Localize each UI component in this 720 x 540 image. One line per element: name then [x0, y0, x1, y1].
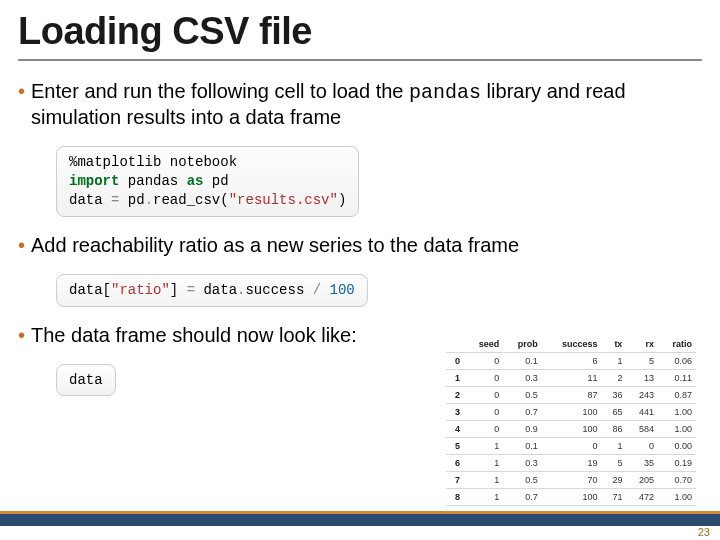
- table-cell: 19: [542, 455, 602, 472]
- table-cell: 1.00: [658, 489, 696, 506]
- table-cell: 0.9: [503, 421, 542, 438]
- table-header: tx: [602, 336, 627, 353]
- code-block-3: data: [56, 364, 116, 397]
- table-cell: 205: [626, 472, 658, 489]
- table-cell: 0.1: [503, 353, 542, 370]
- bullet-1: • Enter and run the following cell to lo…: [18, 79, 702, 130]
- code-block-1: %matplotlib notebook import pandas as pd…: [56, 146, 359, 217]
- table-header: prob: [503, 336, 542, 353]
- table-cell: 2: [446, 387, 464, 404]
- table-cell: 0: [464, 404, 503, 421]
- table-row: 000.16150.06: [446, 353, 696, 370]
- table-cell: 7: [446, 472, 464, 489]
- table-cell: 65: [602, 404, 627, 421]
- table-row: 810.7100714721.00: [446, 489, 696, 506]
- table-cell: 6: [542, 353, 602, 370]
- dataframe-table: seedprobsuccesstxrxratio 000.16150.06100…: [446, 336, 696, 506]
- table-cell: 8: [446, 489, 464, 506]
- table-cell: 0.87: [658, 387, 696, 404]
- table-header: rx: [626, 336, 658, 353]
- table-cell: 1: [602, 353, 627, 370]
- table-cell: 0.7: [503, 404, 542, 421]
- table-cell: 2: [602, 370, 627, 387]
- table-cell: 87: [542, 387, 602, 404]
- table-cell: 5: [602, 455, 627, 472]
- table-cell: 1: [446, 370, 464, 387]
- bullet-dot: •: [18, 233, 25, 258]
- table-cell: 1: [464, 438, 503, 455]
- table-cell: 0.3: [503, 455, 542, 472]
- table-cell: 1: [602, 438, 627, 455]
- table-cell: 0.1: [503, 438, 542, 455]
- footer-bar: [0, 514, 720, 526]
- table-cell: 1.00: [658, 421, 696, 438]
- table-header: ratio: [658, 336, 696, 353]
- table-cell: 0: [464, 353, 503, 370]
- table-cell: 36: [602, 387, 627, 404]
- table-cell: 70: [542, 472, 602, 489]
- table-row: 610.3195350.19: [446, 455, 696, 472]
- table-row: 100.3112130.11: [446, 370, 696, 387]
- table-row: 510.10100.00: [446, 438, 696, 455]
- table-cell: 0.5: [503, 387, 542, 404]
- table-cell: 0.7: [503, 489, 542, 506]
- table-cell: 472: [626, 489, 658, 506]
- table-cell: 6: [446, 455, 464, 472]
- dataframe-output: seedprobsuccesstxrxratio 000.16150.06100…: [446, 336, 696, 506]
- table-cell: 100: [542, 489, 602, 506]
- table-cell: 0: [464, 370, 503, 387]
- bullet-dot: •: [18, 323, 25, 348]
- table-cell: 0.06: [658, 353, 696, 370]
- table-cell: 0: [464, 387, 503, 404]
- bullet-1-text: Enter and run the following cell to load…: [31, 79, 702, 130]
- table-header: [446, 336, 464, 353]
- table-cell: 0.00: [658, 438, 696, 455]
- table-cell: 1: [464, 455, 503, 472]
- table-cell: 584: [626, 421, 658, 438]
- table-cell: 4: [446, 421, 464, 438]
- table-cell: 441: [626, 404, 658, 421]
- bullet-2-text: Add reachability ratio as a new series t…: [31, 233, 702, 258]
- table-cell: 0.19: [658, 455, 696, 472]
- table-cell: 0.11: [658, 370, 696, 387]
- bullet-dot: •: [18, 79, 25, 104]
- table-cell: 1.00: [658, 404, 696, 421]
- table-row: 400.9100865841.00: [446, 421, 696, 438]
- slide: Loading CSV file • Enter and run the fol…: [0, 0, 720, 540]
- table-cell: 0: [626, 438, 658, 455]
- table-cell: 1: [464, 489, 503, 506]
- table-cell: 1: [464, 472, 503, 489]
- table-cell: 0: [542, 438, 602, 455]
- table-row: 300.7100654411.00: [446, 404, 696, 421]
- table-cell: 71: [602, 489, 627, 506]
- table-header: seed: [464, 336, 503, 353]
- table-cell: 5: [446, 438, 464, 455]
- table-header: success: [542, 336, 602, 353]
- table-cell: 0.3: [503, 370, 542, 387]
- table-row: 200.587362430.87: [446, 387, 696, 404]
- table-cell: 5: [626, 353, 658, 370]
- table-cell: 0: [446, 353, 464, 370]
- slide-title: Loading CSV file: [18, 10, 702, 61]
- table-cell: 3: [446, 404, 464, 421]
- table-cell: 13: [626, 370, 658, 387]
- table-cell: 243: [626, 387, 658, 404]
- page-number: 23: [698, 526, 710, 538]
- table-cell: 0.70: [658, 472, 696, 489]
- table-cell: 11: [542, 370, 602, 387]
- code-block-2: data["ratio"] = data.success / 100: [56, 274, 368, 307]
- table-cell: 100: [542, 404, 602, 421]
- table-row: 710.570292050.70: [446, 472, 696, 489]
- table-cell: 35: [626, 455, 658, 472]
- bullet-2: • Add reachability ratio as a new series…: [18, 233, 702, 258]
- table-cell: 0: [464, 421, 503, 438]
- table-cell: 29: [602, 472, 627, 489]
- table-cell: 86: [602, 421, 627, 438]
- table-cell: 100: [542, 421, 602, 438]
- table-cell: 0.5: [503, 472, 542, 489]
